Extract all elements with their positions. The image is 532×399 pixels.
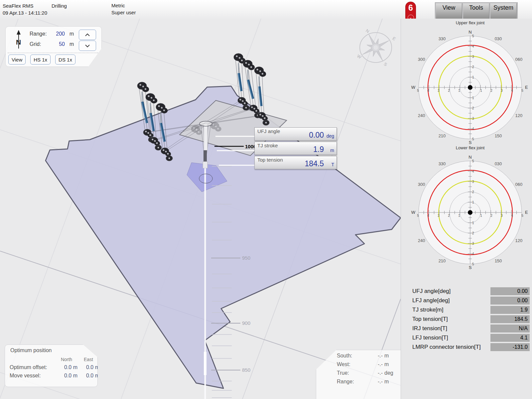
- radial-tick-label: 5: [472, 159, 474, 163]
- radial-tick-label: 5: [521, 89, 523, 92]
- radial-tick-label: 3: [472, 242, 474, 245]
- position-p-unit: m: [383, 379, 397, 385]
- radial-tick-label: 3: [472, 55, 474, 59]
- optimum-offset-east: 0.0 m: [77, 364, 99, 370]
- radial-tick-label: 4: [427, 89, 429, 92]
- telemetry-row: LMRP connector tension[T]-131.0: [401, 342, 532, 352]
- position-row: South:-.-m: [337, 353, 401, 359]
- position-p-val: -.-: [363, 361, 383, 367]
- radial-tick-label: 4: [427, 214, 429, 217]
- depth-label-850: 850: [242, 367, 250, 373]
- angle-label: 120: [515, 238, 523, 243]
- move-vessel-east: 0.0 m: [77, 373, 99, 379]
- radial-tick-label: 2: [472, 106, 474, 110]
- cardinal-e-label: E: [525, 85, 528, 90]
- angle-label: 030: [495, 161, 502, 166]
- radial-tick-label: 2: [448, 214, 450, 217]
- radial-tick-label: 2: [490, 89, 492, 92]
- optimum-position-panel: Optimum position North East Optimum offs…: [5, 344, 98, 387]
- view-button[interactable]: View: [8, 55, 26, 65]
- radial-tick-label: 2: [490, 214, 492, 217]
- alarm-count: 6: [406, 3, 416, 13]
- position-p-unit: m: [383, 353, 397, 359]
- angle-label: 240: [418, 113, 425, 118]
- callout-unit: T: [331, 162, 334, 167]
- telemetry-row: LFJ tension[T]4.1: [401, 333, 532, 342]
- radial-tick-label: 1: [458, 89, 460, 92]
- radial-tick-label: 4: [511, 89, 513, 92]
- menu-button-tools[interactable]: Tools: [463, 3, 489, 19]
- chevron-down-icon: [85, 44, 90, 48]
- chevron-up-icon: [85, 33, 90, 37]
- telemetry-label: TJ stroke[m]: [401, 307, 490, 313]
- angle-label: 300: [418, 182, 425, 187]
- menu-button-view[interactable]: View: [436, 3, 462, 19]
- telemetry-table: UFJ angle[deg]0.00LFJ angle[deg]0.00TJ s…: [401, 287, 532, 352]
- flex-joint-marker: [468, 210, 472, 215]
- radial-tick-label: 4: [472, 127, 474, 131]
- telemetry-label: IRJ tension[T]: [401, 325, 490, 332]
- radial-tick-label: 2: [472, 190, 474, 194]
- radial-tick-label: 1: [480, 214, 482, 217]
- radial-tick-label: 4: [472, 170, 474, 173]
- header-mode: Drilling: [52, 3, 67, 9]
- map-control-panel: N Range: 200 m Grid: 50 m View HS 1x DS …: [5, 26, 102, 67]
- radial-tick-label: 4: [511, 214, 513, 217]
- scene-3d-viewport[interactable]: N E S W 950 900 850: [0, 19, 401, 399]
- upper-flex-joint-chart: Upper flex joint11112222333344445555NESW…: [404, 22, 530, 145]
- telemetry-row: Top tension[T]184.5: [401, 315, 532, 324]
- angle-label: 210: [439, 258, 446, 263]
- radial-tick-label: 3: [438, 89, 440, 92]
- telemetry-value: 1.9: [490, 306, 530, 314]
- callout-value: 184.5: [305, 159, 324, 168]
- position-p-label: Range:: [337, 379, 363, 385]
- lower-flex-joint-chart: Lower flex joint11112222333344445555NESW…: [404, 144, 530, 267]
- grid-label: Grid:: [30, 41, 41, 47]
- telemetry-row: IRJ tension[T]N/A: [401, 324, 532, 333]
- telemetry-label: Top tension[T]: [401, 316, 490, 323]
- callout-label: TJ stroke: [257, 143, 278, 148]
- telemetry-label: LMRP connector tension[T]: [401, 344, 490, 350]
- range-unit: m: [69, 31, 74, 37]
- header-datetime: 09 Apr.13 - 14:11:20: [3, 10, 47, 16]
- radial-tick-label: 3: [472, 180, 474, 184]
- hs-1x-button[interactable]: HS 1x: [30, 55, 51, 65]
- angle-label: 150: [495, 133, 502, 138]
- radial-tick-label: 1: [472, 221, 474, 225]
- radial-tick-label: 2: [472, 65, 474, 69]
- tension-ring: [200, 121, 212, 126]
- ds-1x-button[interactable]: DS 1x: [55, 55, 75, 65]
- cardinal-n-label: N: [468, 30, 471, 35]
- position-p-label: True:: [337, 370, 363, 376]
- angle-label: 030: [495, 36, 502, 41]
- telemetry-value: 0.00: [490, 287, 530, 295]
- radial-tick-label: 2: [448, 89, 450, 92]
- optimum-offset-north: 0.0 m: [56, 364, 77, 370]
- radial-tick-label: 3: [501, 214, 503, 217]
- angle-label: 150: [495, 258, 502, 263]
- angle-label: 060: [515, 57, 523, 62]
- grid-unit: m: [69, 41, 74, 47]
- telemetry-label: LFJ tension[T]: [401, 334, 490, 341]
- optimum-offset-label: Optimum offset:: [10, 364, 56, 370]
- menu-button-system[interactable]: System: [490, 3, 517, 19]
- callout-value: 1.9: [313, 145, 324, 154]
- position-p-val: -.-: [363, 370, 383, 376]
- header-user-role: Super user: [111, 10, 136, 15]
- flex-joint-panel: Upper flex joint11112222333344445555NESW…: [401, 19, 532, 399]
- range-increase-button[interactable]: [79, 30, 96, 40]
- callout-top-tension: Top tension 184.5 T: [254, 156, 337, 169]
- radial-tick-label: 5: [472, 137, 474, 141]
- depth-label-950: 950: [242, 255, 250, 261]
- app-title: SeaFlex RMS: [3, 3, 34, 9]
- telemetry-row: TJ stroke[m]1.9: [401, 305, 532, 315]
- radial-tick-label: 1: [472, 96, 474, 100]
- position-row: West:-.-m: [337, 361, 401, 367]
- range-decrease-button[interactable]: [79, 41, 96, 51]
- radial-tick-label: 1: [480, 89, 482, 92]
- position-p-label: South:: [337, 353, 363, 359]
- optimum-panel-title: Optimum position: [10, 347, 52, 353]
- callout-unit: deg: [327, 133, 334, 139]
- angle-label: 120: [515, 113, 523, 118]
- radial-tick-label: 4: [472, 45, 474, 48]
